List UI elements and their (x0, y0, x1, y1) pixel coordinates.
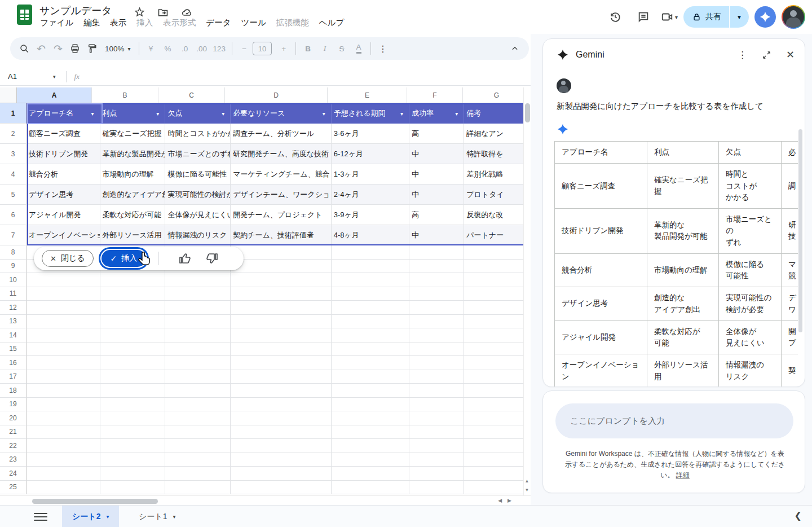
cell-F21[interactable] (409, 425, 464, 440)
cell-A6[interactable]: アジャイル開発 (27, 205, 100, 225)
cell-A13[interactable] (27, 315, 100, 329)
cell-A21[interactable] (27, 425, 100, 440)
filter-dropdown-icon[interactable]: ▾ (156, 111, 159, 117)
cell-D1[interactable]: 必要なリソース▾ (231, 103, 332, 124)
cell-B18[interactable] (100, 384, 166, 398)
cell-D9[interactable] (231, 260, 332, 274)
cell-B20[interactable] (100, 411, 166, 425)
cell-D23[interactable] (231, 453, 332, 467)
cell-F16[interactable] (409, 356, 464, 370)
cell-G18[interactable] (464, 384, 531, 398)
cell-D5[interactable]: デザインチーム、ワークショップ (231, 185, 332, 205)
cell-A18[interactable] (27, 384, 100, 398)
row-number-18[interactable]: 18 (0, 384, 27, 398)
cell-A3[interactable]: 技術ドリブン開発 (27, 144, 100, 164)
cell-C6[interactable]: 全体像が見えにくい (165, 205, 231, 225)
cell-C7[interactable]: 情報漏洩のリスク (165, 225, 231, 245)
cell-E11[interactable] (332, 287, 409, 301)
cell-D15[interactable] (231, 342, 332, 357)
cell-F3[interactable]: 中 (409, 144, 464, 164)
filter-dropdown-icon[interactable]: ▾ (91, 111, 94, 117)
row-number-10[interactable]: 10 (0, 273, 27, 287)
filter-dropdown-icon[interactable]: ▾ (323, 111, 325, 117)
cell-E9[interactable] (332, 260, 409, 274)
filter-dropdown-icon[interactable]: ▾ (455, 111, 458, 117)
cell-E19[interactable] (332, 398, 409, 412)
cell-C20[interactable] (165, 411, 231, 425)
row-number-16[interactable]: 16 (0, 356, 27, 370)
cell-E4[interactable]: 1-3ヶ月 (332, 164, 409, 185)
prompt-input[interactable]: ここにプロンプトを入力 (555, 403, 793, 438)
cell-E1[interactable]: 予想される期間▾ (332, 103, 409, 124)
cell-C14[interactable] (165, 328, 231, 342)
cell-G22[interactable] (464, 439, 531, 453)
row-number-22[interactable]: 22 (0, 439, 27, 453)
cell-F22[interactable] (409, 439, 464, 453)
cell-D11[interactable] (231, 287, 332, 301)
menu-編集[interactable]: 編集 (78, 16, 105, 30)
cell-C16[interactable] (165, 356, 231, 370)
toolbar-more-icon[interactable]: ⋮ (374, 40, 391, 57)
cell-D17[interactable] (231, 370, 332, 384)
spreadsheet-grid[interactable]: ABCDEFG 1アプローチ名▾利点▾欠点▾必要なリソース▾予想される期間▾成功… (0, 87, 531, 495)
cell-F4[interactable]: 中 (409, 164, 464, 185)
decrease-font-size-icon[interactable]: − (236, 40, 253, 57)
all-sheets-icon[interactable] (34, 511, 47, 522)
cell-A19[interactable] (27, 398, 100, 412)
print-icon[interactable] (67, 40, 83, 57)
row-number-6[interactable]: 6 (0, 205, 27, 225)
cell-A20[interactable] (27, 411, 100, 425)
cell-C5[interactable]: 実現可能性の検討が必要 (165, 185, 231, 205)
row-number-2[interactable]: 2 (0, 124, 27, 144)
cell-G11[interactable] (464, 287, 531, 301)
menu-ヘルプ[interactable]: ヘルプ (314, 16, 350, 30)
cell-F12[interactable] (409, 301, 464, 315)
column-header-A[interactable]: A (17, 87, 92, 103)
cell-D24[interactable] (231, 467, 332, 481)
cell-D7[interactable]: 契約チーム、技術評価者 (231, 225, 332, 245)
vertical-scroll-buttons[interactable]: ▲▼ (523, 477, 531, 495)
cell-F11[interactable] (409, 287, 464, 301)
close-button[interactable]: ✕ 閉じる (42, 250, 94, 267)
cell-D16[interactable] (231, 356, 332, 370)
menu-ファイル[interactable]: ファイル (35, 16, 78, 30)
menu-挿入[interactable]: 挿入 (131, 16, 158, 30)
cell-G25[interactable] (464, 481, 531, 495)
increase-font-size-icon[interactable]: + (275, 40, 292, 57)
sheet-tab-inactive[interactable]: シート1 ▾ (129, 506, 186, 527)
menu-表示[interactable]: 表示 (105, 16, 131, 30)
cell-C23[interactable] (165, 453, 231, 467)
cell-D2[interactable]: 調査チーム、分析ツール (231, 124, 332, 144)
row-number-14[interactable]: 14 (0, 328, 27, 342)
format-currency-icon[interactable]: ¥ (143, 40, 160, 57)
cell-F20[interactable] (409, 411, 464, 425)
font-size-input[interactable]: 10 (253, 42, 272, 55)
cell-B6[interactable]: 柔軟な対応が可能 (100, 205, 166, 225)
cell-B10[interactable] (100, 273, 166, 287)
cell-E25[interactable] (332, 481, 409, 495)
cell-E22[interactable] (332, 439, 409, 453)
cell-F13[interactable] (409, 315, 464, 329)
cell-B23[interactable] (100, 453, 166, 467)
cell-G8[interactable] (464, 245, 531, 260)
cell-C10[interactable] (165, 273, 231, 287)
cell-A5[interactable]: デザイン思考 (27, 185, 100, 205)
cell-D6[interactable]: 開発チーム、プロジェクト (231, 205, 332, 225)
cell-G16[interactable] (464, 356, 531, 370)
cell-B4[interactable]: 市場動向の理解 (100, 164, 166, 185)
cell-D18[interactable] (231, 384, 332, 398)
cell-D25[interactable] (231, 481, 332, 495)
cell-A14[interactable] (27, 328, 100, 342)
row-number-1[interactable]: 1 (0, 103, 27, 124)
increase-decimal-icon[interactable]: .00 (193, 40, 210, 57)
cell-F18[interactable] (409, 384, 464, 398)
column-header-C[interactable]: C (158, 87, 225, 103)
cell-D13[interactable] (231, 315, 332, 329)
cell-E10[interactable] (332, 273, 409, 287)
cell-D3[interactable]: 研究開発チーム、高度な技術 (231, 144, 332, 164)
account-avatar[interactable] (782, 5, 805, 29)
cell-F25[interactable] (409, 481, 464, 495)
row-number-15[interactable]: 15 (0, 342, 27, 357)
cell-E18[interactable] (332, 384, 409, 398)
cell-E23[interactable] (332, 453, 409, 467)
